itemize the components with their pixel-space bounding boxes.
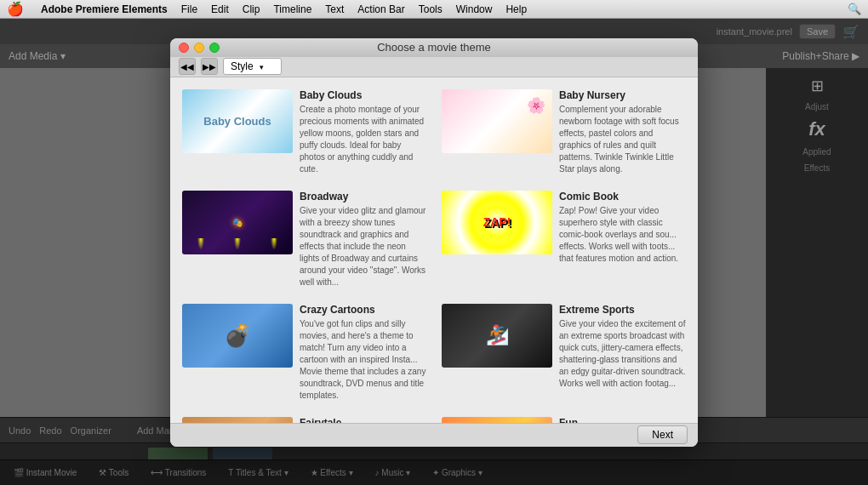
theme-info-broadway: Broadway Give your video glitz and glamo… [300,191,426,288]
modal-titlebar: Choose a movie theme [170,38,698,57]
nav-forward-button[interactable]: ▶▶ [201,58,218,75]
menu-clip[interactable]: Clip [243,3,260,15]
theme-info-fun: Fun Give your video some fun 50s style w… [559,417,686,423]
theme-desc-crazy-cartoons: You've got fun clips and silly movies, a… [300,318,426,402]
baby-clouds-thumb-text: Baby Clouds [203,115,271,128]
theme-thumbnail-extreme-sports: 🏂 [442,304,552,368]
apple-icon: 🍎 [7,1,24,17]
theme-info-baby-clouds: Baby Clouds Create a photo montage of yo… [300,89,426,175]
menu-tools[interactable]: Tools [419,3,443,15]
theme-name-baby-nursery: Baby Nursery [559,89,686,101]
theme-thumbnail-fairytale: 📖 [182,417,293,423]
close-button[interactable] [179,43,189,53]
theme-name-fairytale: Fairytale [300,417,426,423]
list-item[interactable]: 🎭 Broadway Give your video glitz and gla… [179,187,430,292]
comic-book-thumb-text: ZAP! [483,215,511,229]
menu-edit[interactable]: Edit [211,3,229,15]
list-item[interactable]: ZAP! Comic Book Zap! Pow! Give your vide… [438,187,689,292]
theme-thumbnail-broadway: 🎭 [182,191,293,254]
style-dropdown[interactable]: Style ▾ [223,58,282,75]
theme-desc-extreme-sports: Give your video the excitement of an ext… [559,318,686,390]
theme-desc-broadway: Give your video glitz and glamour with a… [300,205,426,288]
theme-name-baby-clouds: Baby Clouds [300,89,426,101]
theme-thumbnail-baby-clouds: Baby Clouds [182,89,293,153]
menu-action-bar[interactable]: Action Bar [357,3,404,15]
menu-timeline[interactable]: Timeline [273,3,311,15]
theme-info-extreme-sports: Extreme Sports Give your video the excit… [559,304,686,390]
crazy-cartoons-thumb-text: 💣 [224,322,251,349]
modal-toolbar: ◀◀ ▶▶ Style ▾ [170,57,698,77]
list-item[interactable]: 📖 Fairytale Give your video classic char… [179,414,430,423]
theme-name-fun: Fun [559,417,686,423]
list-item[interactable]: Baby Clouds Baby Clouds Create a photo m… [179,86,430,179]
theme-thumbnail-fun: 🎉 [442,417,552,423]
theme-desc-baby-nursery: Complement your adorable newborn footage… [559,104,686,175]
stage-light-1 [197,238,204,250]
theme-info-crazy-cartoons: Crazy Cartoons You've got fun clips and … [300,304,426,402]
app-name: Adobe Premiere Elements [41,3,168,15]
style-label: Style [231,60,254,72]
modal-overlay: Choose a movie theme ◀◀ ▶▶ Style ▾ Baby … [0,0,868,485]
maximize-button[interactable] [209,43,220,53]
theme-name-crazy-cartoons: Crazy Cartoons [300,304,426,316]
nav-back-button[interactable]: ◀◀ [179,58,196,75]
menu-file[interactable]: File [181,3,197,15]
list-item[interactable]: 💣 Crazy Cartoons You've got fun clips an… [179,300,430,405]
list-item[interactable]: 🏂 Extreme Sports Give your video the exc… [438,300,689,405]
menu-help[interactable]: Help [505,3,527,15]
modal-title: Choose a movie theme [377,41,491,54]
menu-window[interactable]: Window [456,3,493,15]
minimize-button[interactable] [194,43,204,53]
next-button[interactable]: Next [637,425,688,444]
spotlight-icon[interactable]: 🔍 [848,3,861,15]
broadway-thumb-text: 🎭 [232,218,243,227]
stage-light-3 [271,238,277,250]
stage-lights [182,238,293,250]
theme-name-extreme-sports: Extreme Sports [559,304,686,316]
traffic-lights [179,43,220,53]
nursery-decor-icon: 🌸 [527,96,545,115]
theme-info-fairytale: Fairytale Give your video classic charm … [300,417,426,423]
list-item[interactable]: 🎉 Fun Give your video some fun 50s style… [438,414,689,423]
chevron-down-icon: ▾ [260,63,264,71]
theme-thumbnail-crazy-cartoons: 💣 [182,304,293,368]
menu-bar: 🍎 Adobe Premiere Elements File Edit Clip… [0,0,868,19]
theme-info-baby-nursery: Baby Nursery Complement your adorable ne… [559,89,686,175]
theme-grid: Baby Clouds Baby Clouds Create a photo m… [170,77,698,423]
theme-thumbnail-comic-book: ZAP! [442,191,552,254]
theme-name-broadway: Broadway [300,191,426,203]
theme-desc-comic-book: Zap! Pow! Give your video superhero styl… [559,205,686,265]
extreme-sports-thumb-text: 🏂 [486,324,509,346]
theme-name-comic-book: Comic Book [559,191,686,203]
list-item[interactable]: 🌸 Baby Nursery Complement your adorable … [438,86,689,179]
theme-desc-baby-clouds: Create a photo montage of your precious … [300,104,426,175]
modal-footer: Next [170,423,698,447]
theme-info-comic-book: Comic Book Zap! Pow! Give your video sup… [559,191,686,265]
menu-text[interactable]: Text [325,3,344,15]
stage-light-2 [234,238,241,250]
theme-chooser-modal: Choose a movie theme ◀◀ ▶▶ Style ▾ Baby … [170,38,698,447]
theme-thumbnail-baby-nursery: 🌸 [442,89,552,153]
